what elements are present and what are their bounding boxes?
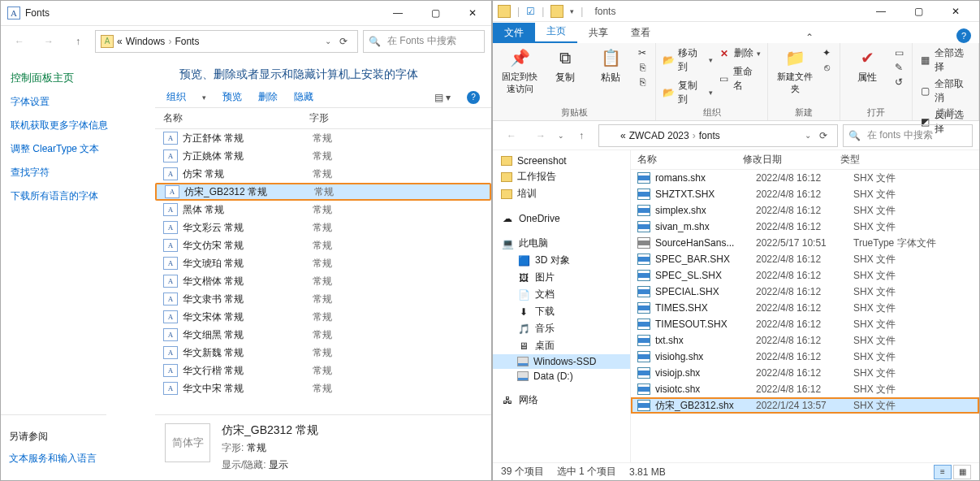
tree-node[interactable]: 🖼图片	[493, 269, 630, 286]
delete-button[interactable]: ✕删除▾	[718, 46, 761, 60]
font-row[interactable]: A华文新魏 常规常规	[155, 344, 491, 362]
copy-to-button[interactable]: 📂复制到▾	[663, 79, 713, 106]
file-row[interactable]: visiohg.shx2022/4/8 16:12SHX 文件	[631, 349, 979, 365]
font-row[interactable]: A仿宋_GB2312 常规常规	[155, 183, 491, 201]
font-row[interactable]: A黑体 常规常规	[155, 201, 491, 219]
tree-node[interactable]: Windows-SSD	[493, 354, 630, 369]
col-shape[interactable]: 字形	[309, 111, 329, 125]
qat-item[interactable]: ☑	[526, 6, 535, 17]
file-row[interactable]: SourceHanSans...2022/5/17 10:51TrueType …	[631, 235, 979, 251]
file-row[interactable]: SPEC_BAR.SHX2022/4/8 16:12SHX 文件	[631, 251, 979, 267]
search-input[interactable]: 🔍 在 fonts 中搜索	[843, 124, 973, 147]
organize-button[interactable]: 组织	[166, 90, 186, 104]
address-bar[interactable]: « ZWCAD 2023 › fonts ⌄ ⟳	[598, 124, 838, 147]
side-link[interactable]: 文本服务和输入语言	[9, 452, 98, 466]
minimize-button[interactable]: —	[379, 1, 417, 25]
nav-tree[interactable]: Screenshot工作报告培训☁OneDrive💻此电脑🟦3D 对象🖼图片📄文…	[493, 150, 631, 462]
col-date[interactable]: 修改日期	[743, 153, 840, 167]
tree-node[interactable]: 🖥桌面	[493, 337, 630, 354]
details-view-button[interactable]: ≡	[934, 465, 952, 479]
file-row[interactable]: txt.shx2022/4/8 16:12SHX 文件	[631, 332, 979, 349]
file-row[interactable]: simplex.shx2022/4/8 16:12SHX 文件	[631, 202, 979, 219]
font-row[interactable]: A华文彩云 常规常规	[155, 219, 491, 236]
tree-node[interactable]: 工作报告	[493, 168, 630, 185]
side-link[interactable]: 字体设置	[11, 95, 145, 109]
preview-button[interactable]: 预览	[222, 90, 242, 104]
nav-up-button[interactable]: ↑	[66, 29, 90, 54]
nav-back-button[interactable]: ←	[499, 124, 524, 148]
rename-button[interactable]: ▭重命名	[718, 65, 761, 93]
cut-button[interactable]: ✂	[636, 46, 649, 59]
paste-button[interactable]: 📋粘贴	[590, 46, 631, 84]
column-headers[interactable]: 名称 修改日期 类型	[631, 150, 979, 170]
minimize-button[interactable]: —	[862, 0, 900, 24]
tree-node[interactable]: Data (D:)	[493, 369, 630, 384]
file-row[interactable]: TIMESOUT.SHX2022/4/8 16:12SHX 文件	[631, 316, 979, 332]
font-row[interactable]: A仿宋 常规常规	[155, 165, 491, 183]
new-item-button[interactable]: ✦	[820, 46, 833, 59]
tree-node[interactable]: 🟦3D 对象	[493, 252, 630, 269]
search-input[interactable]: 🔍 在 Fonts 中搜索	[363, 30, 485, 53]
icons-view-button[interactable]: ▦	[953, 465, 971, 479]
tree-node[interactable]: 📄文档	[493, 286, 630, 303]
maximize-button[interactable]: ▢	[900, 0, 937, 24]
view-tab[interactable]: 查看	[620, 23, 662, 43]
qat-dropdown-icon[interactable]: ▾	[570, 7, 574, 15]
col-type[interactable]: 类型	[840, 153, 973, 167]
breadcrumb[interactable]: Windows	[126, 36, 166, 47]
nav-forward-button[interactable]: →	[529, 124, 553, 148]
font-list[interactable]: A方正舒体 常规常规A方正姚体 常规常规A仿宋 常规常规A仿宋_GB2312 常…	[155, 129, 491, 414]
font-row[interactable]: A华文琥珀 常规常规	[155, 254, 491, 272]
breadcrumb[interactable]: Fonts	[175, 36, 199, 47]
col-name[interactable]: 名称	[637, 153, 743, 167]
font-row[interactable]: A方正舒体 常规常规	[155, 129, 491, 147]
nav-history-button[interactable]: ⌄	[558, 132, 564, 140]
paste-shortcut-button[interactable]: ⎘	[636, 76, 649, 89]
side-link[interactable]: 联机获取更多字体信息	[11, 119, 145, 132]
address-dropdown-icon[interactable]: ⌄	[325, 37, 331, 46]
file-row[interactable]: visiojp.shx2022/4/8 16:12SHX 文件	[631, 365, 979, 381]
nav-up-button[interactable]: ↑	[569, 124, 594, 148]
font-row[interactable]: A华文宋体 常规常规	[155, 308, 491, 326]
share-tab[interactable]: 共享	[577, 23, 620, 43]
history-button[interactable]: ↺	[892, 76, 905, 89]
font-row[interactable]: A华文楷体 常规常规	[155, 272, 491, 290]
refresh-button[interactable]: ⟳	[814, 130, 832, 141]
font-row[interactable]: A华文隶书 常规常规	[155, 290, 491, 308]
tree-node[interactable]: 💻此电脑	[493, 235, 630, 252]
file-row[interactable]: SPECIAL.SHX2022/4/8 16:12SHX 文件	[631, 284, 979, 300]
tree-node[interactable]: 🎵音乐	[493, 320, 630, 337]
help-button[interactable]: ?	[467, 91, 480, 104]
delete-button[interactable]: 删除	[258, 90, 278, 104]
address-bar[interactable]: A « Windows › Fonts ⌄ ⟳	[95, 30, 358, 53]
font-row[interactable]: A方正姚体 常规常规	[155, 147, 491, 165]
copy-path-button[interactable]: ⎘	[636, 61, 649, 74]
open-button[interactable]: ▭	[892, 46, 905, 59]
nav-forward-button[interactable]: →	[37, 29, 61, 54]
easy-access-button[interactable]: ⎋	[820, 61, 833, 74]
nav-back-button[interactable]: ←	[7, 29, 32, 54]
move-to-button[interactable]: 📂移动到▾	[663, 46, 713, 74]
breadcrumb[interactable]: ZWCAD 2023	[629, 130, 689, 141]
file-tab[interactable]: 文件	[493, 23, 535, 43]
col-name[interactable]: 名称	[163, 111, 309, 125]
pin-to-quick-access-button[interactable]: 📌固定到快速访问	[499, 46, 540, 95]
file-row[interactable]: visiotc.shx2022/4/8 16:12SHX 文件	[631, 381, 979, 397]
font-row[interactable]: A华文中宋 常规常规	[155, 379, 491, 397]
file-row[interactable]: 仿宋_GB2312.shx2022/1/24 13:57SHX 文件	[631, 397, 979, 414]
file-row[interactable]: romans.shx2022/4/8 16:12SHX 文件	[631, 170, 979, 186]
view-mode-button[interactable]: ▤ ▾	[434, 92, 451, 103]
file-row[interactable]: TIMES.SHX2022/4/8 16:12SHX 文件	[631, 300, 979, 316]
font-row[interactable]: A华文细黑 常规常规	[155, 326, 491, 344]
file-row[interactable]: SPEC_SL.SHX2022/4/8 16:12SHX 文件	[631, 267, 979, 284]
tree-node[interactable]: ⬇下载	[493, 303, 630, 320]
file-row[interactable]: sivan_m.shx2022/4/8 16:12SHX 文件	[631, 219, 979, 235]
file-row[interactable]: SHZTXT.SHX2022/4/8 16:12SHX 文件	[631, 186, 979, 202]
select-all-button[interactable]: ▦全部选择	[919, 46, 972, 74]
close-button[interactable]: ✕	[937, 0, 974, 24]
side-link[interactable]: 下载所有语言的字体	[11, 189, 145, 203]
close-button[interactable]: ✕	[454, 1, 491, 25]
edit-button[interactable]: ✎	[892, 61, 905, 74]
copy-button[interactable]: ⧉复制	[545, 46, 585, 84]
collapse-ribbon-button[interactable]: ⌃	[799, 32, 820, 43]
